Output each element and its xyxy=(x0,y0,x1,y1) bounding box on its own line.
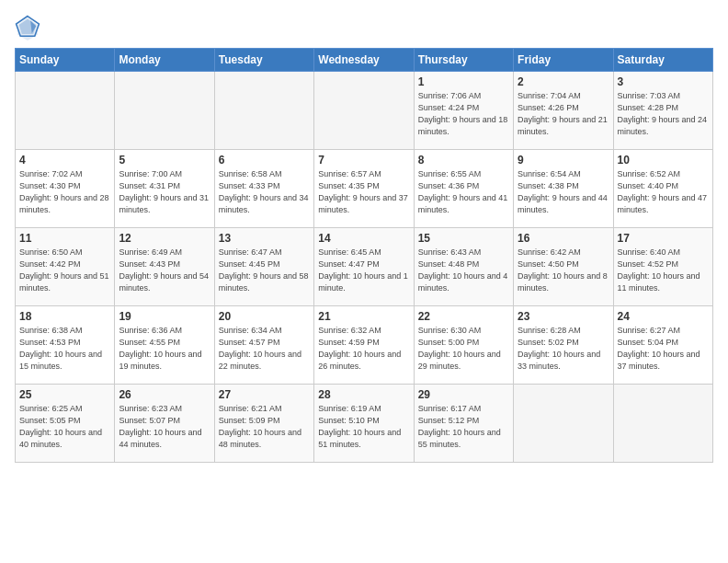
day-number: 2 xyxy=(518,75,609,88)
calendar-cell: 22Sunrise: 6:30 AM Sunset: 5:00 PM Dayli… xyxy=(414,306,513,385)
day-info: Sunrise: 6:55 AM Sunset: 4:36 PM Dayligh… xyxy=(418,168,509,216)
day-info: Sunrise: 7:00 AM Sunset: 4:31 PM Dayligh… xyxy=(119,168,210,216)
day-number: 9 xyxy=(518,154,609,167)
calendar-week-row: 18Sunrise: 6:38 AM Sunset: 4:53 PM Dayli… xyxy=(16,306,713,385)
calendar-cell: 24Sunrise: 6:27 AM Sunset: 5:04 PM Dayli… xyxy=(613,306,712,385)
day-number: 14 xyxy=(318,232,409,245)
calendar-cell xyxy=(16,72,115,150)
day-info: Sunrise: 6:32 AM Sunset: 4:59 PM Dayligh… xyxy=(318,325,409,373)
calendar-cell xyxy=(514,385,613,463)
calendar-cell: 7Sunrise: 6:57 AM Sunset: 4:35 PM Daylig… xyxy=(314,150,414,228)
calendar-cell: 5Sunrise: 7:00 AM Sunset: 4:31 PM Daylig… xyxy=(115,150,214,228)
day-info: Sunrise: 6:43 AM Sunset: 4:48 PM Dayligh… xyxy=(418,247,509,294)
calendar-cell: 19Sunrise: 6:36 AM Sunset: 4:55 PM Dayli… xyxy=(115,306,214,385)
day-number: 17 xyxy=(618,232,709,245)
calendar-cell: 26Sunrise: 6:23 AM Sunset: 5:07 PM Dayli… xyxy=(115,385,214,463)
day-info: Sunrise: 6:21 AM Sunset: 5:09 PM Dayligh… xyxy=(219,403,310,451)
calendar-cell xyxy=(613,385,712,463)
calendar-cell: 28Sunrise: 6:19 AM Sunset: 5:10 PM Dayli… xyxy=(314,385,414,463)
day-info: Sunrise: 6:25 AM Sunset: 5:05 PM Dayligh… xyxy=(19,403,110,451)
day-number: 25 xyxy=(19,388,110,401)
weekday-header-saturday: Saturday xyxy=(613,49,712,72)
day-info: Sunrise: 7:03 AM Sunset: 4:28 PM Dayligh… xyxy=(618,90,709,138)
day-number: 13 xyxy=(219,232,310,245)
day-number: 18 xyxy=(19,310,110,323)
day-number: 3 xyxy=(618,75,709,88)
day-info: Sunrise: 7:06 AM Sunset: 4:24 PM Dayligh… xyxy=(418,90,509,138)
calendar-cell: 14Sunrise: 6:45 AM Sunset: 4:47 PM Dayli… xyxy=(314,228,414,306)
day-info: Sunrise: 6:28 AM Sunset: 5:02 PM Dayligh… xyxy=(518,325,609,373)
day-info: Sunrise: 6:54 AM Sunset: 4:38 PM Dayligh… xyxy=(518,168,609,216)
weekday-header-monday: Monday xyxy=(115,49,214,72)
day-info: Sunrise: 6:49 AM Sunset: 4:43 PM Dayligh… xyxy=(119,247,210,294)
calendar-cell: 9Sunrise: 6:54 AM Sunset: 4:38 PM Daylig… xyxy=(514,150,613,228)
day-number: 26 xyxy=(119,388,210,401)
day-info: Sunrise: 6:19 AM Sunset: 5:10 PM Dayligh… xyxy=(318,403,409,451)
day-number: 15 xyxy=(418,232,509,245)
weekday-header-wednesday: Wednesday xyxy=(314,49,414,72)
day-number: 28 xyxy=(318,388,409,401)
day-info: Sunrise: 6:57 AM Sunset: 4:35 PM Dayligh… xyxy=(318,168,409,216)
day-number: 8 xyxy=(418,154,509,167)
calendar-week-row: 11Sunrise: 6:50 AM Sunset: 4:42 PM Dayli… xyxy=(16,228,713,306)
calendar-cell: 15Sunrise: 6:43 AM Sunset: 4:48 PM Dayli… xyxy=(414,228,513,306)
day-info: Sunrise: 6:47 AM Sunset: 4:45 PM Dayligh… xyxy=(219,247,310,294)
day-number: 1 xyxy=(418,75,509,88)
weekday-header-row: SundayMondayTuesdayWednesdayThursdayFrid… xyxy=(16,49,713,72)
day-info: Sunrise: 6:45 AM Sunset: 4:47 PM Dayligh… xyxy=(318,247,409,294)
day-number: 19 xyxy=(119,310,210,323)
day-number: 27 xyxy=(219,388,310,401)
calendar-cell: 25Sunrise: 6:25 AM Sunset: 5:05 PM Dayli… xyxy=(16,385,115,463)
day-info: Sunrise: 6:40 AM Sunset: 4:52 PM Dayligh… xyxy=(618,247,709,294)
calendar-cell: 27Sunrise: 6:21 AM Sunset: 5:09 PM Dayli… xyxy=(214,385,313,463)
day-info: Sunrise: 6:23 AM Sunset: 5:07 PM Dayligh… xyxy=(119,403,210,451)
day-number: 21 xyxy=(318,310,409,323)
day-info: Sunrise: 6:50 AM Sunset: 4:42 PM Dayligh… xyxy=(19,247,110,294)
weekday-header-sunday: Sunday xyxy=(16,49,115,72)
calendar-cell: 20Sunrise: 6:34 AM Sunset: 4:57 PM Dayli… xyxy=(214,306,313,385)
day-number: 29 xyxy=(418,388,509,401)
day-number: 6 xyxy=(219,154,310,167)
day-info: Sunrise: 6:30 AM Sunset: 5:00 PM Dayligh… xyxy=(418,325,509,373)
calendar-cell: 29Sunrise: 6:17 AM Sunset: 5:12 PM Dayli… xyxy=(414,385,513,463)
day-info: Sunrise: 7:04 AM Sunset: 4:26 PM Dayligh… xyxy=(518,90,609,138)
calendar-cell: 10Sunrise: 6:52 AM Sunset: 4:40 PM Dayli… xyxy=(613,150,712,228)
logo-icon xyxy=(15,15,40,40)
calendar-cell: 11Sunrise: 6:50 AM Sunset: 4:42 PM Dayli… xyxy=(16,228,115,306)
day-info: Sunrise: 6:58 AM Sunset: 4:33 PM Dayligh… xyxy=(219,168,310,216)
day-number: 11 xyxy=(19,232,110,245)
calendar-cell: 4Sunrise: 7:02 AM Sunset: 4:30 PM Daylig… xyxy=(16,150,115,228)
day-info: Sunrise: 6:42 AM Sunset: 4:50 PM Dayligh… xyxy=(518,247,609,294)
day-number: 10 xyxy=(618,154,709,167)
day-number: 24 xyxy=(618,310,709,323)
day-info: Sunrise: 6:34 AM Sunset: 4:57 PM Dayligh… xyxy=(219,325,310,373)
calendar-cell: 16Sunrise: 6:42 AM Sunset: 4:50 PM Dayli… xyxy=(514,228,613,306)
calendar-cell: 1Sunrise: 7:06 AM Sunset: 4:24 PM Daylig… xyxy=(414,72,513,150)
calendar-cell: 17Sunrise: 6:40 AM Sunset: 4:52 PM Dayli… xyxy=(613,228,712,306)
calendar-cell xyxy=(314,72,414,150)
calendar-week-row: 25Sunrise: 6:25 AM Sunset: 5:05 PM Dayli… xyxy=(16,385,713,463)
day-number: 5 xyxy=(119,154,210,167)
day-info: Sunrise: 6:27 AM Sunset: 5:04 PM Dayligh… xyxy=(618,325,709,373)
day-number: 16 xyxy=(518,232,609,245)
calendar-cell: 8Sunrise: 6:55 AM Sunset: 4:36 PM Daylig… xyxy=(414,150,513,228)
weekday-header-tuesday: Tuesday xyxy=(214,49,313,72)
calendar-cell: 12Sunrise: 6:49 AM Sunset: 4:43 PM Dayli… xyxy=(115,228,214,306)
calendar-week-row: 4Sunrise: 7:02 AM Sunset: 4:30 PM Daylig… xyxy=(16,150,713,228)
calendar-cell: 6Sunrise: 6:58 AM Sunset: 4:33 PM Daylig… xyxy=(214,150,313,228)
day-info: Sunrise: 6:52 AM Sunset: 4:40 PM Dayligh… xyxy=(618,168,709,216)
weekday-header-thursday: Thursday xyxy=(414,49,513,72)
calendar-cell: 3Sunrise: 7:03 AM Sunset: 4:28 PM Daylig… xyxy=(613,72,712,150)
day-number: 7 xyxy=(318,154,409,167)
day-number: 20 xyxy=(219,310,310,323)
day-info: Sunrise: 6:38 AM Sunset: 4:53 PM Dayligh… xyxy=(19,325,110,373)
calendar-week-row: 1Sunrise: 7:06 AM Sunset: 4:24 PM Daylig… xyxy=(16,72,713,150)
calendar-cell: 18Sunrise: 6:38 AM Sunset: 4:53 PM Dayli… xyxy=(16,306,115,385)
day-number: 4 xyxy=(19,154,110,167)
calendar-cell: 13Sunrise: 6:47 AM Sunset: 4:45 PM Dayli… xyxy=(214,228,313,306)
day-number: 12 xyxy=(119,232,210,245)
calendar-cell xyxy=(214,72,313,150)
weekday-header-friday: Friday xyxy=(514,49,613,72)
logo xyxy=(15,15,44,40)
day-info: Sunrise: 6:17 AM Sunset: 5:12 PM Dayligh… xyxy=(418,403,509,451)
